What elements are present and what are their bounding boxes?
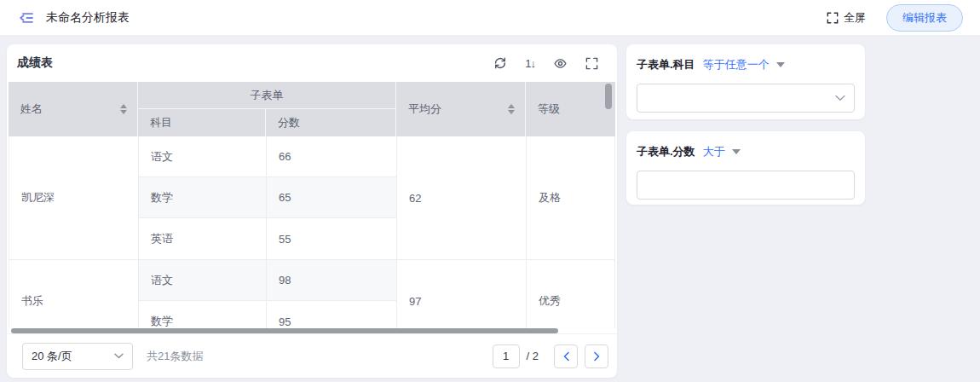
pagination-bar: 20 条/页 共21条数据 / 2 xyxy=(7,333,617,378)
cell-subject: 英语 xyxy=(139,218,267,259)
panel-toolbar: 1↓ xyxy=(493,56,598,71)
filter-field-label: 子表单.分数 xyxy=(637,144,695,159)
chevron-right-icon xyxy=(593,351,601,362)
filter-subject-select[interactable] xyxy=(637,84,855,113)
cell-score: 98 xyxy=(267,260,397,301)
fullscreen-icon xyxy=(827,12,839,24)
back-icon[interactable] xyxy=(19,10,34,26)
cell-subject: 数学 xyxy=(139,301,267,328)
total-count: 共21条数据 xyxy=(147,349,203,364)
panel-fullscreen-icon[interactable] xyxy=(585,57,598,70)
column-header-score: 分数 xyxy=(266,109,396,136)
column-header-subject: 科目 xyxy=(138,109,266,136)
fullscreen-label: 全屏 xyxy=(844,10,866,26)
triangle-down-icon[interactable] xyxy=(732,149,741,154)
table-row-group: 凯尼深 语文 66 数学 65 英语 55 62 及格 xyxy=(9,136,615,260)
page-size-select[interactable]: 20 条/页 xyxy=(22,343,133,370)
chevron-down-icon xyxy=(835,95,845,101)
pager: / 2 xyxy=(493,344,608,368)
horizontal-scrollbar[interactable] xyxy=(11,328,558,333)
panel-header: 成绩表 1↓ xyxy=(7,44,617,82)
filter-card-subject: 子表单.科目 等于任意一个 xyxy=(626,44,865,119)
eye-icon[interactable] xyxy=(553,56,568,71)
filter-operator[interactable]: 大于 xyxy=(703,144,725,159)
cell-score: 65 xyxy=(267,177,397,218)
sort-carets-average-icon[interactable] xyxy=(508,104,515,114)
filter-label-row: 子表单.分数 大于 xyxy=(637,144,855,159)
sort-icon[interactable]: 1↓ xyxy=(525,57,535,70)
filter-label-row: 子表单.科目 等于任意一个 xyxy=(637,57,855,72)
page-title: 未命名分析报表 xyxy=(46,10,130,26)
score-table: 姓名 子表单 科目 分数 平均分 等级 凯尼深 语文 66 数学 65 英语 xyxy=(9,82,615,328)
triangle-down-icon[interactable] xyxy=(776,62,785,67)
page-size-value: 20 条/页 xyxy=(32,349,72,364)
cell-name: 书乐 xyxy=(9,260,139,328)
filter-score-input[interactable] xyxy=(637,171,855,200)
chevron-down-icon xyxy=(114,353,124,359)
fullscreen-button[interactable]: 全屏 xyxy=(827,10,866,26)
cell-average: 97 xyxy=(397,260,527,328)
filter-field-label: 子表单.科目 xyxy=(637,57,695,72)
vertical-scrollbar[interactable] xyxy=(605,84,612,109)
table-header: 姓名 子表单 科目 分数 平均分 等级 xyxy=(9,82,615,136)
sort-carets-name-icon[interactable] xyxy=(120,104,127,114)
column-header-subform: 子表单 xyxy=(138,82,396,109)
cell-grade: 优秀 xyxy=(527,260,615,328)
cell-name: 凯尼深 xyxy=(9,136,139,259)
refresh-icon[interactable] xyxy=(493,56,507,70)
chevron-left-icon xyxy=(562,351,570,362)
cell-score: 55 xyxy=(267,218,397,259)
cell-subject: 语文 xyxy=(139,136,267,177)
cell-average: 62 xyxy=(397,136,527,259)
topbar-left: 未命名分析报表 xyxy=(19,10,130,26)
prev-page-button[interactable] xyxy=(554,344,578,368)
cell-score: 66 xyxy=(267,136,397,177)
topbar: 未命名分析报表 全屏 编辑报表 xyxy=(0,0,980,36)
table-row-group: 书乐 语文 98 数学 95 97 优秀 xyxy=(9,260,615,328)
filter-card-score: 子表单.分数 大于 xyxy=(626,131,865,205)
next-page-button[interactable] xyxy=(585,344,608,368)
column-header-average: 平均分 xyxy=(396,82,526,136)
page-total: / 2 xyxy=(527,350,539,362)
cell-subject: 语文 xyxy=(139,260,267,301)
edit-report-button[interactable]: 编辑报表 xyxy=(886,4,963,32)
cell-grade: 及格 xyxy=(527,136,615,259)
panel-title: 成绩表 xyxy=(17,55,53,71)
horizontal-scrollbar-track xyxy=(9,328,615,333)
report-page: 未命名分析报表 全屏 编辑报表 成绩表 xyxy=(0,0,980,382)
cell-subject: 数学 xyxy=(139,177,267,218)
page-number-input[interactable] xyxy=(493,344,520,368)
topbar-right: 全屏 编辑报表 xyxy=(827,4,963,32)
column-header-name: 姓名 xyxy=(9,82,138,136)
cell-score: 95 xyxy=(267,301,397,328)
column-header-grade: 等级 xyxy=(526,82,615,136)
filter-operator[interactable]: 等于任意一个 xyxy=(703,57,770,72)
score-table-panel: 成绩表 1↓ xyxy=(7,44,617,378)
